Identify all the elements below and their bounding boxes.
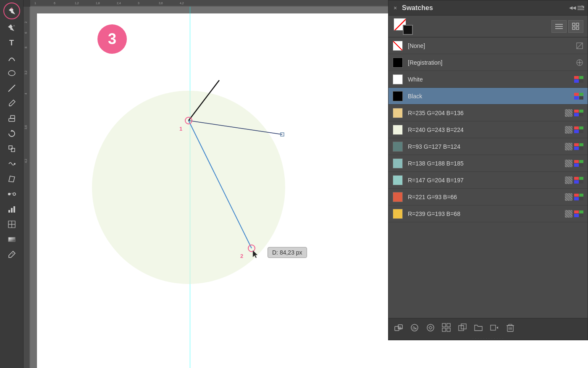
list-view-button[interactable]	[551, 20, 567, 33]
new-color-group-icon	[394, 323, 403, 332]
fill-stroke-selector[interactable]	[393, 17, 414, 36]
swatch-r239-g193-b68-color	[393, 209, 403, 219]
svg-text:2,4: 2,4	[117, 2, 121, 5]
eyedropper-tool[interactable]	[3, 247, 20, 262]
svg-text:3: 3	[138, 2, 139, 5]
pattern-icon	[565, 109, 572, 117]
swatch-r138-g188-b185-icons	[565, 160, 583, 167]
arc-tool[interactable]	[3, 50, 20, 66]
line-tool[interactable]	[3, 81, 20, 96]
pencil-tool[interactable]	[3, 96, 20, 111]
swatch-r138-g188-b185[interactable]: R=138 G=188 B=185	[388, 155, 588, 172]
list-view-icon	[555, 24, 563, 29]
mesh-tool[interactable]	[3, 217, 20, 232]
panel-titlebar: × Swatches ◀◀	[388, 0, 588, 16]
add-anchor-tool[interactable]: +	[3, 20, 20, 35]
scale-tool[interactable]	[3, 141, 20, 156]
swatch-white[interactable]: White	[388, 71, 588, 88]
delete-swatch-btn[interactable]	[504, 322, 517, 334]
add-anchor-tool-icon: +	[8, 24, 16, 32]
ruler-left-ticks: 2 6 8 3,2 4 3,6 4,2	[24, 7, 30, 368]
warp-tool[interactable]	[3, 156, 20, 171]
swatch-none-color	[393, 41, 403, 51]
blend-tool-icon	[8, 190, 16, 198]
step-number-3: 3	[97, 24, 127, 54]
line-tool-icon	[8, 84, 16, 92]
cmyk-icon	[574, 110, 583, 116]
cmyk-icon-7	[574, 210, 583, 217]
svg-rect-57	[576, 23, 579, 26]
eraser-tool[interactable]	[3, 111, 20, 126]
swatch-registration[interactable]: [Registration]	[388, 54, 588, 71]
swatch-r93-g127-b124[interactable]: R=93 G=127 B=124	[388, 138, 588, 155]
duplicate-swatch-btn[interactable]	[456, 322, 469, 334]
svg-point-65	[579, 62, 580, 63]
swatch-black-icons	[574, 93, 583, 100]
swatch-white-color	[393, 74, 403, 84]
edit-swatches-btn[interactable]	[408, 322, 421, 334]
new-swatch-group-btn[interactable]	[440, 322, 453, 334]
spot-color-btn[interactable]	[424, 322, 437, 334]
type-tool-icon: T	[9, 39, 14, 47]
swatch-r221-g93-b66[interactable]: R=221 G=93 B=66	[388, 189, 588, 205]
move-to-color-group-btn[interactable]	[488, 322, 501, 334]
swatch-black[interactable]: Black	[388, 88, 588, 105]
step-number-label: 3	[108, 30, 116, 48]
delete-swatch-icon	[506, 323, 515, 332]
swatch-none-icons	[576, 42, 583, 50]
svg-text:4,2: 4,2	[180, 2, 184, 5]
pattern-icon-6	[565, 193, 572, 201]
swatch-none[interactable]: [None]	[388, 37, 588, 54]
rotate-tool[interactable]	[3, 126, 20, 141]
folder-icon	[474, 323, 483, 332]
grid-view-button[interactable]	[568, 20, 583, 33]
arc-tool-icon	[8, 54, 16, 62]
tooltip-text: D: 84,23 px	[272, 249, 302, 256]
svg-rect-73	[442, 323, 446, 327]
spot-color-icon	[426, 323, 435, 332]
gradient-tool[interactable]	[3, 232, 20, 247]
pattern-icon-3	[565, 143, 572, 150]
chart-tool[interactable]	[3, 202, 20, 217]
swatch-r235-g204-b136-label: R=235 G=204 B=136	[408, 110, 565, 116]
free-distort-tool[interactable]	[3, 171, 20, 187]
svg-text:4: 4	[24, 93, 27, 95]
pen-tool[interactable]	[3, 3, 20, 19]
ellipse-tool[interactable]	[3, 66, 20, 81]
swatch-r235-g204-b136[interactable]: R=235 G=204 B=136	[388, 105, 588, 121]
panel-menu-button[interactable]	[578, 5, 584, 11]
svg-text:3,6: 3,6	[24, 125, 27, 129]
pattern-icon-7	[565, 210, 572, 218]
svg-text:1: 1	[34, 2, 36, 5]
svg-text:2: 2	[24, 21, 27, 23]
folder-btn[interactable]	[472, 322, 485, 334]
svg-rect-76	[447, 328, 450, 331]
svg-point-72	[427, 324, 434, 331]
swatch-r147-g204-b197[interactable]: R=147 G=204 B=197	[388, 172, 588, 189]
swatch-black-label: Black	[408, 93, 574, 100]
svg-marker-81	[496, 326, 498, 329]
panel-resize-handle[interactable]: · · · · · · · · · · · ·	[388, 336, 588, 340]
grid-view-icon	[572, 23, 580, 30]
svg-rect-17	[13, 206, 15, 213]
mesh-tool-icon	[8, 220, 16, 229]
eyedropper-tool-icon	[8, 250, 16, 259]
svg-point-13	[8, 193, 10, 195]
swatch-r221-g93-b66-label: R=221 G=93 B=66	[408, 194, 565, 200]
panel-collapse-button[interactable]: ◀◀	[569, 5, 576, 11]
swatch-r239-g193-b68[interactable]: R=239 G=193 B=68	[388, 205, 588, 222]
panel-title: Swatches	[402, 4, 569, 12]
stroke-color-box[interactable]	[403, 25, 413, 35]
new-color-group-btn[interactable]	[392, 322, 405, 334]
guide-line-vertical	[190, 7, 190, 368]
cmyk-icon-6	[574, 194, 583, 200]
blend-tool[interactable]	[3, 187, 20, 202]
pattern-icon-5	[565, 176, 572, 184]
swatch-r240-g243-b224[interactable]: R=240 G=243 B=224	[388, 121, 588, 138]
swatch-r147-g204-b197-label: R=147 G=204 B=197	[408, 177, 565, 184]
free-distort-tool-icon	[8, 175, 16, 183]
panel-close-button[interactable]: ×	[392, 5, 399, 11]
type-tool[interactable]: T	[3, 35, 20, 50]
svg-rect-5	[9, 118, 15, 121]
svg-point-2	[8, 71, 15, 76]
